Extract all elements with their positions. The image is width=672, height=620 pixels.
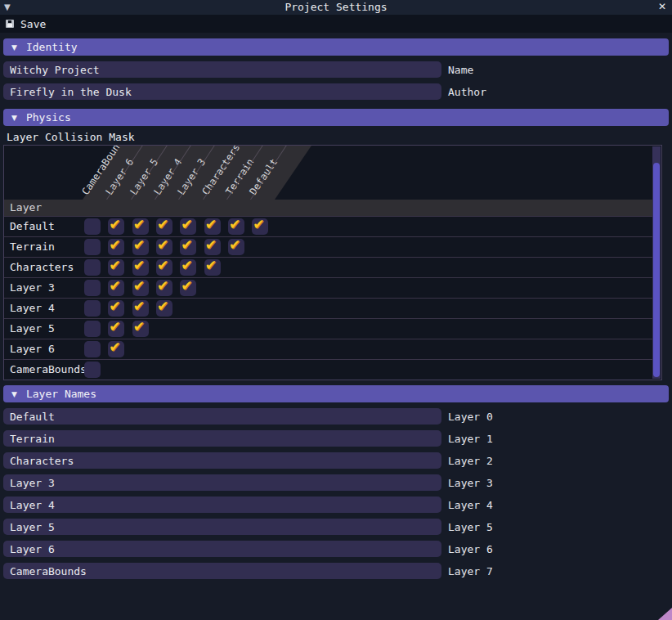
- collision-checkbox[interactable]: ✔: [180, 239, 196, 255]
- check-icon: ✔: [181, 216, 192, 232]
- collision-row: Default✔✔✔✔✔✔✔: [4, 216, 652, 236]
- collision-corner-row: Layer: [4, 200, 652, 216]
- check-icon: ✔: [205, 236, 217, 253]
- layer-name-row: Layer 7: [3, 563, 669, 579]
- layer-name-input[interactable]: [3, 408, 441, 425]
- check-icon: ✔: [157, 216, 168, 232]
- collision-checkbox[interactable]: ✔: [180, 218, 196, 235]
- layer-name-row: Layer 2: [3, 452, 669, 469]
- collision-checkbox[interactable]: [84, 362, 101, 378]
- section-header-identity[interactable]: ▼ Identity: [3, 38, 669, 56]
- collision-checkbox[interactable]: [84, 218, 101, 235]
- layer-name-row: Layer 1: [3, 430, 669, 447]
- layer-name-row: Layer 0: [3, 408, 669, 425]
- collision-row-label: Layer 3: [10, 278, 55, 298]
- collision-checkbox[interactable]: ✔: [108, 321, 124, 337]
- collision-checkbox[interactable]: ✔: [132, 259, 149, 276]
- collision-checkbox[interactable]: [84, 239, 101, 255]
- collision-checkbox[interactable]: [84, 259, 101, 276]
- check-icon: ✔: [157, 236, 168, 253]
- project-author-label: Author: [448, 86, 486, 98]
- check-icon: ✔: [109, 277, 120, 294]
- check-icon: ✔: [109, 236, 120, 253]
- collision-checkbox[interactable]: ✔: [108, 300, 124, 317]
- check-icon: ✔: [205, 216, 217, 232]
- layer-name-label: Layer 1: [448, 433, 493, 445]
- layer-name-input[interactable]: [3, 519, 441, 535]
- layer-name-input[interactable]: [3, 563, 441, 579]
- collision-checkbox[interactable]: ✔: [108, 259, 124, 276]
- check-icon: ✔: [133, 277, 145, 294]
- layer-name-row: Layer 4: [3, 496, 669, 513]
- matrix-scrollbar-thumb[interactable]: [653, 163, 660, 377]
- layer-name-input[interactable]: [3, 541, 441, 557]
- project-author-input[interactable]: [3, 83, 441, 100]
- section-header-physics[interactable]: ▼ Physics: [3, 109, 669, 126]
- check-icon: ✔: [109, 257, 120, 273]
- collision-checkbox[interactable]: ✔: [132, 239, 149, 255]
- collision-checkbox[interactable]: ✔: [204, 239, 221, 255]
- layer-name-label: Layer 2: [448, 455, 493, 467]
- window-title: Project Settings: [0, 1, 672, 13]
- collision-diagonal-header: CameraBoundsLayer 6Layer 5Layer 4Layer 3…: [4, 146, 652, 200]
- collision-checkbox[interactable]: ✔: [108, 280, 124, 296]
- check-icon: ✔: [109, 216, 120, 232]
- project-settings-window: ▼ Project Settings ✕ Save ▼ Identity Nam…: [0, 0, 672, 620]
- project-name-input[interactable]: [3, 61, 441, 78]
- collision-checkbox[interactable]: ✔: [204, 259, 221, 276]
- collision-checkbox[interactable]: [84, 341, 101, 357]
- save-button[interactable]: Save: [6, 18, 46, 30]
- collision-checkbox[interactable]: ✔: [156, 300, 172, 317]
- collision-corner-label: Layer: [10, 201, 42, 213]
- section-label-identity: Identity: [26, 41, 78, 53]
- collision-checkbox[interactable]: ✔: [228, 218, 244, 235]
- layer-name-input[interactable]: [3, 452, 441, 469]
- collision-checkbox[interactable]: [84, 321, 101, 337]
- check-icon: ✔: [133, 236, 145, 253]
- layer-name-row: Layer 5: [3, 519, 669, 535]
- layer-name-label: Layer 3: [448, 477, 493, 489]
- collision-checkbox[interactable]: ✔: [252, 218, 268, 235]
- collision-checkbox[interactable]: ✔: [156, 239, 172, 255]
- check-icon: ✔: [133, 257, 145, 273]
- collision-row-label: CameraBounds: [10, 360, 87, 380]
- project-author-row: Author: [3, 83, 669, 100]
- resize-grip[interactable]: [658, 608, 672, 620]
- collision-checkbox[interactable]: [84, 300, 101, 317]
- chevron-down-icon: ▼: [11, 114, 17, 122]
- layer-name-input[interactable]: [3, 430, 441, 447]
- collision-checkbox[interactable]: ✔: [228, 239, 244, 255]
- toolbar: Save: [0, 15, 672, 33]
- collision-checkbox[interactable]: ✔: [132, 280, 149, 296]
- check-icon: ✔: [157, 298, 168, 314]
- check-icon: ✔: [157, 277, 168, 294]
- matrix-scrollbar-track[interactable]: [652, 146, 661, 379]
- project-name-row: Name: [3, 61, 669, 78]
- check-icon: ✔: [133, 298, 145, 314]
- close-icon[interactable]: ✕: [658, 1, 666, 12]
- collision-checkbox[interactable]: ✔: [156, 218, 172, 235]
- layer-name-input[interactable]: [3, 496, 441, 513]
- collision-checkbox[interactable]: ✔: [156, 280, 172, 296]
- collision-checkbox[interactable]: ✔: [108, 341, 124, 357]
- collision-checkbox[interactable]: ✔: [132, 218, 149, 235]
- collision-checkbox[interactable]: ✔: [156, 259, 172, 276]
- collision-row: Terrain✔✔✔✔✔✔: [4, 236, 652, 257]
- check-icon: ✔: [181, 236, 192, 253]
- collision-checkbox[interactable]: ✔: [132, 321, 149, 337]
- layer-name-label: Layer 6: [448, 543, 493, 555]
- section-header-layer-names[interactable]: ▼ Layer Names: [3, 385, 669, 402]
- collision-checkbox[interactable]: ✔: [108, 239, 124, 255]
- layer-name-label: Layer 5: [448, 521, 493, 533]
- collision-row-label: Characters: [10, 258, 74, 277]
- collision-checkbox[interactable]: ✔: [132, 300, 149, 317]
- check-icon: ✔: [253, 216, 264, 232]
- collision-checkbox[interactable]: ✔: [180, 280, 196, 296]
- project-name-label: Name: [448, 64, 473, 76]
- layer-name-input[interactable]: [3, 474, 441, 491]
- collision-checkbox[interactable]: ✔: [108, 218, 124, 235]
- collision-checkbox[interactable]: ✔: [204, 218, 221, 235]
- collision-checkbox[interactable]: ✔: [180, 259, 196, 276]
- collision-checkbox[interactable]: [84, 280, 101, 296]
- collision-row-label: Layer 4: [10, 299, 55, 318]
